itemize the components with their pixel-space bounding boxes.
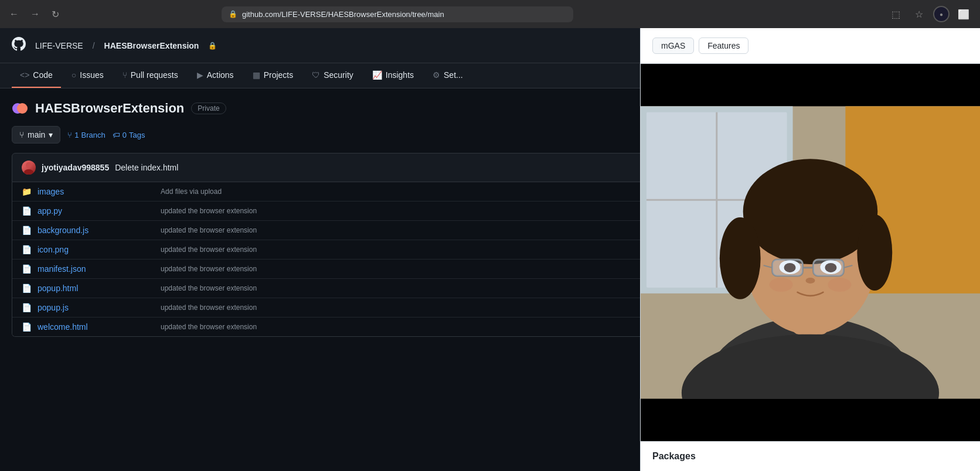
tab-settings[interactable]: ⚙ Set... [424,63,471,88]
repo-lock-icon: 🔒 [208,42,217,50]
org-name[interactable]: LIFE-VERSE [35,41,83,50]
branch-name: main [28,130,45,139]
branch-selector[interactable]: ⑂ main ▾ [12,126,60,144]
folder-icon: 📁 [22,187,32,196]
pr-icon: ⑂ [122,70,127,80]
tags-icon: 🏷 [113,131,120,139]
file-icon: 📄 [22,206,32,216]
file-name[interactable]: icon.png [38,245,155,254]
packages-title: Packages [652,451,696,461]
repo-logo [12,100,28,117]
file-icon: 📄 [22,284,32,293]
browser-actions: ⬚ ☆ ● ⬜ [886,5,973,23]
branch-count: 1 [74,131,79,139]
cast-button[interactable]: ⬚ [886,5,905,23]
file-name[interactable]: popup.html [38,284,155,293]
file-name[interactable]: manifest.json [38,264,155,274]
features-button[interactable]: Features [699,37,748,54]
extensions-button[interactable]: ⬜ [954,5,973,23]
bookmark-button[interactable]: ☆ [910,5,928,23]
tab-pr-label: Pull requests [131,70,178,80]
tab-actions-label: Actions [207,70,234,80]
svg-point-3 [24,169,33,175]
profile-circle[interactable]: ● [933,6,950,22]
commit-message: Delete index.html [115,163,178,172]
branch-label: Branch [81,131,106,139]
file-name[interactable]: welcome.html [38,322,155,332]
file-icon: 📄 [22,322,32,332]
lock-icon: 🔒 [229,10,237,18]
mgas-button[interactable]: mGAS [652,37,694,54]
file-name[interactable]: images [38,187,155,196]
tab-security-label: Security [324,70,353,80]
svg-point-16 [720,217,761,299]
branch-chevron: ▾ [49,130,53,139]
tab-code-label: Code [33,70,52,80]
webcam-feed [641,106,980,399]
tags-label: Tags [129,131,145,139]
file-icon: 📄 [22,245,32,254]
org-repo-separator: / [93,41,95,50]
tab-actions[interactable]: ▶ Actions [189,63,242,88]
file-name[interactable]: app.py [38,206,155,216]
tags-count-btn[interactable]: 🏷 0 Tags [113,131,145,139]
security-icon: 🛡 [312,70,320,80]
commit-author[interactable]: jyotiyadav998855 [42,163,109,172]
back-button[interactable]: ← [7,6,21,22]
svg-rect-28 [813,260,843,276]
tab-security[interactable]: 🛡 Security [304,63,362,88]
tab-insights[interactable]: 📈 Insights [364,63,422,88]
file-icon: 📄 [22,264,32,274]
svg-rect-27 [773,260,803,276]
tab-projects-label: Projects [264,70,294,80]
address-bar[interactable]: 🔒 github.com/LIFE-VERSE/HAESBrowserExten… [222,6,573,22]
tab-issues-label: Issues [80,70,103,80]
url-text: github.com/LIFE-VERSE/HAESBrowserExtensi… [242,10,444,19]
file-name[interactable]: popup.js [38,303,155,312]
svg-point-29 [806,278,815,284]
github-logo [12,37,26,54]
code-icon: <> [20,70,29,80]
actions-icon: ▶ [197,70,203,80]
tags-count: 0 [122,131,127,139]
svg-point-17 [857,214,892,291]
svg-point-30 [770,278,793,292]
insights-icon: 📈 [372,70,382,80]
overlay-panel: mGAS Features [640,28,980,471]
issues-icon: ○ [72,70,76,80]
private-badge: Private [191,103,226,114]
tab-settings-label: Set... [444,70,463,80]
repo-title: HAESBrowserExtension [35,101,184,116]
projects-icon: ▦ [253,70,260,80]
settings-icon: ⚙ [433,70,440,80]
svg-point-2 [26,162,32,168]
packages-section: Packages [641,441,980,471]
branch-count-icon: ⑂ [67,131,72,139]
file-name[interactable]: background.js [38,226,155,235]
tab-code[interactable]: <> Code [12,63,61,88]
overlay-top-bar: mGAS Features [641,28,980,64]
repo-name[interactable]: HAESBrowserExtension [104,41,199,50]
svg-point-1 [17,103,28,114]
file-icon: 📄 [22,226,32,235]
tab-projects[interactable]: ▦ Projects [244,63,302,88]
video-container [641,64,980,441]
svg-point-31 [828,278,851,292]
commit-avatar [22,161,36,175]
tab-insights-label: Insights [386,70,414,80]
file-icon: 📄 [22,303,32,312]
tab-pull-requests[interactable]: ⑂ Pull requests [114,63,186,88]
branch-icon: ⑂ [19,130,24,139]
browser-chrome: ← → ↻ 🔒 github.com/LIFE-VERSE/HAESBrowse… [0,0,980,28]
reload-button[interactable]: ↻ [49,6,62,22]
tab-issues[interactable]: ○ Issues [63,63,112,88]
forward-button[interactable]: → [28,6,42,22]
branch-count-btn[interactable]: ⑂ 1 Branch [67,131,105,139]
